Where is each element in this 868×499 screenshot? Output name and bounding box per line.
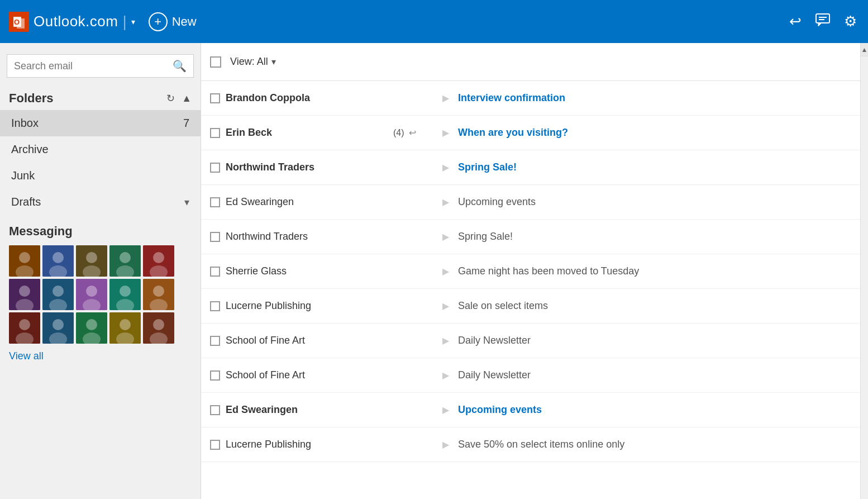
email-subject-4: Spring Sale! (454, 231, 851, 243)
layout: 🔍 Folders ↻ ▲ Inbox 7 Archive Junk Draft… (0, 43, 868, 499)
email-row-3[interactable]: Ed Swearingen▶Upcoming events (201, 185, 860, 220)
refresh-icon[interactable]: ↻ (166, 92, 175, 104)
search-icon[interactable]: 🔍 (173, 59, 187, 73)
svg-point-40 (53, 319, 64, 330)
email-list: Brandon Coppola▶Interview confirmationEr… (201, 81, 860, 499)
search-bar: 🔍 (7, 54, 194, 78)
avatar-grid (9, 245, 192, 344)
email-row-2[interactable]: Northwind Traders▶Spring Sale! (201, 150, 860, 185)
email-row-8[interactable]: School of Fine Art▶Daily Newsletter (201, 358, 860, 393)
flag-icon-3[interactable]: ▶ (442, 197, 449, 207)
email-checkbox-5[interactable] (210, 267, 220, 277)
avatar-11[interactable] (42, 312, 74, 344)
flag-icon-10[interactable]: ▶ (442, 439, 449, 450)
folders-collapse-icon[interactable]: ▲ (182, 93, 192, 104)
email-row-7[interactable]: School of Fine Art▶Daily Newsletter (201, 324, 860, 358)
app-name: Outlook.com (34, 13, 118, 30)
avatar-14[interactable] (143, 312, 174, 344)
folders-header: Folders ↻ ▲ (0, 87, 201, 110)
email-subject-3: Upcoming events (454, 196, 851, 208)
email-sender-7: School of Fine Art (226, 335, 393, 346)
email-checkbox-10[interactable] (210, 440, 220, 450)
email-checkbox-4[interactable] (210, 232, 220, 242)
flag-icon-9[interactable]: ▶ (442, 405, 449, 415)
avatar-10[interactable] (9, 312, 40, 344)
flag-icon-8[interactable]: ▶ (442, 370, 449, 381)
email-checkbox-2[interactable] (210, 163, 220, 173)
email-checkbox-7[interactable] (210, 336, 220, 346)
avatar-8[interactable] (109, 279, 141, 310)
avatar-0[interactable] (9, 245, 40, 277)
email-row-1[interactable]: Erin Beck(4)↩▶When are you visiting? (201, 116, 860, 150)
app-dropdown-icon[interactable]: ▾ (131, 17, 135, 26)
email-sender-8: School of Fine Art (226, 369, 393, 381)
email-subject-1: When are you visiting? (454, 127, 851, 139)
email-checkbox-1[interactable] (210, 128, 220, 138)
svg-point-16 (120, 252, 131, 263)
avatar-6[interactable] (42, 279, 74, 310)
email-checkbox-8[interactable] (210, 370, 220, 381)
right-scrollbar: ▲ (860, 43, 868, 499)
email-subject-5: Game night has been moved to Tuesday (454, 265, 851, 277)
flag-icon-0[interactable]: ▶ (442, 93, 449, 103)
email-sender-3: Ed Swearingen (226, 196, 393, 208)
email-row-4[interactable]: Northwind Traders▶Spring Sale! (201, 220, 860, 254)
email-row-6[interactable]: Lucerne Publishing▶Sale on select items (201, 289, 860, 324)
flag-icon-6[interactable]: ▶ (442, 301, 449, 311)
view-all-link[interactable]: View all (9, 350, 44, 362)
folder-archive-label: Archive (11, 143, 49, 156)
svg-point-22 (19, 286, 30, 297)
email-row-0[interactable]: Brandon Coppola▶Interview confirmation (201, 81, 860, 116)
avatar-9[interactable] (143, 279, 174, 310)
email-checkbox-6[interactable] (210, 301, 220, 311)
search-input[interactable] (14, 60, 173, 72)
email-checkbox-0[interactable] (210, 93, 220, 103)
folder-item-drafts[interactable]: Drafts ▾ (0, 189, 201, 215)
email-sender-4: Northwind Traders (226, 231, 393, 243)
avatar-7[interactable] (76, 279, 107, 310)
email-subject-8: Daily Newsletter (454, 369, 851, 381)
avatar-13[interactable] (109, 312, 141, 344)
avatar-1[interactable] (42, 245, 74, 277)
reply-icon-1: ↩ (409, 127, 416, 138)
email-checkbox-9[interactable] (210, 405, 220, 415)
email-subject-2: Spring Sale! (454, 161, 851, 173)
avatar-4[interactable] (143, 245, 174, 277)
svg-point-13 (86, 252, 97, 263)
email-row-10[interactable]: Lucerne Publishing▶Save 50% on select it… (201, 427, 860, 462)
undo-icon[interactable]: ↩ (787, 11, 804, 32)
view-label: View: All (230, 56, 268, 68)
new-button[interactable]: + New (149, 12, 197, 31)
flag-icon-2[interactable]: ▶ (442, 162, 449, 173)
svg-text:O: O (14, 18, 20, 26)
folder-item-archive[interactable]: Archive (0, 136, 201, 163)
avatar-5[interactable] (9, 279, 40, 310)
email-row-5[interactable]: Sherrie Glass▶Game night has been moved … (201, 254, 860, 289)
email-sender-10: Lucerne Publishing (226, 439, 393, 450)
email-count-1: (4) (393, 128, 404, 138)
toolbar: View: All ▾ (201, 43, 860, 81)
avatar-12[interactable] (76, 312, 107, 344)
avatar-3[interactable] (109, 245, 141, 277)
svg-point-34 (153, 286, 164, 297)
view-selector[interactable]: View: All ▾ (230, 56, 276, 68)
flag-icon-7[interactable]: ▶ (442, 335, 449, 346)
new-plus-icon: + (149, 12, 168, 31)
office-icon: O (9, 12, 29, 32)
avatar-2[interactable] (76, 245, 107, 277)
email-subject-7: Daily Newsletter (454, 335, 851, 346)
folder-inbox-label: Inbox (11, 117, 39, 130)
select-all-checkbox[interactable] (210, 56, 221, 68)
scroll-up-arrow[interactable]: ▲ (861, 43, 868, 56)
email-row-9[interactable]: Ed Swearingen▶Upcoming events (201, 393, 860, 427)
settings-icon[interactable]: ⚙ (842, 11, 859, 32)
chat-icon[interactable] (813, 9, 833, 34)
logo-area: O Outlook.com (9, 12, 118, 32)
email-checkbox-3[interactable] (210, 197, 220, 207)
folder-item-junk[interactable]: Junk (0, 163, 201, 189)
flag-icon-1[interactable]: ▶ (442, 127, 449, 138)
svg-point-10 (53, 252, 64, 263)
folder-item-inbox[interactable]: Inbox 7 (0, 110, 201, 136)
flag-icon-5[interactable]: ▶ (442, 266, 449, 277)
flag-icon-4[interactable]: ▶ (442, 231, 449, 242)
